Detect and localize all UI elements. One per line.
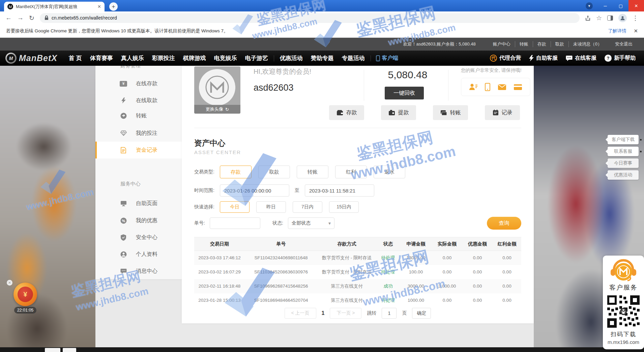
change-avatar-button[interactable]: 更换头像↻ xyxy=(194,105,240,114)
side-tab-promotions[interactable]: 优惠活动 xyxy=(608,170,639,180)
promo-widget[interactable]: ¥ xyxy=(13,283,37,306)
date-to-input[interactable] xyxy=(305,184,374,197)
logout-link[interactable]: 安全退出 xyxy=(615,41,633,47)
forward-button[interactable]: → xyxy=(17,14,24,22)
transfer-link[interactable]: 转账 xyxy=(515,41,533,47)
share-icon[interactable] xyxy=(585,15,591,21)
order-number-input[interactable] xyxy=(210,217,260,229)
window-maximize-button[interactable]: ▢ xyxy=(613,0,628,11)
nav-home[interactable]: 首 页 xyxy=(65,54,86,62)
type-bonus-button[interactable]: 红利 xyxy=(335,166,367,178)
sidebar-item-my-promos[interactable]: % 我的优惠 xyxy=(95,212,182,229)
page-background: 财务管理 ¥ 在线存款 在线取款 转账 我的投注 资金记录 服务中心 自助页面 … xyxy=(0,66,644,347)
window-minimize-button[interactable]: ─ xyxy=(597,0,613,11)
tab-close-icon[interactable]: ✕ xyxy=(97,4,101,9)
sidebar-item-self-service[interactable]: 自助页面 xyxy=(95,195,182,212)
transfer-button[interactable]: 转账 xyxy=(433,105,468,120)
reload-button[interactable]: ↻ xyxy=(29,14,34,22)
urlbar-actions: ☆ ⋮ xyxy=(585,14,639,22)
time-range-filter: 时间范围: 至 xyxy=(194,184,374,197)
profile-avatar[interactable] xyxy=(618,14,627,22)
new-tab-button[interactable]: + xyxy=(109,2,118,11)
bank-card-icon[interactable] xyxy=(514,84,522,90)
tab-search-chevron-icon[interactable]: ▾ xyxy=(586,2,593,9)
chat-icon xyxy=(566,55,573,61)
prev-page-button[interactable]: < 上一页 xyxy=(285,308,316,319)
type-deposit-button[interactable]: 存款 xyxy=(220,166,252,178)
account-center-link[interactable]: 账户中心 xyxy=(489,41,515,47)
nav-board-games[interactable]: 棋牌游戏 xyxy=(179,54,210,62)
profile-verified-icon[interactable] xyxy=(469,83,478,91)
browser-tab[interactable]: M ManBetX(万博体育)官网|英超狼 ✕ xyxy=(4,2,105,11)
type-transfer-button[interactable]: 转账 xyxy=(297,166,328,178)
col-method: 存款方式 xyxy=(317,237,376,251)
nav-lottery[interactable]: 彩票投注 xyxy=(148,54,179,62)
quick-today-button[interactable]: 今日 xyxy=(220,201,250,213)
deposit-button[interactable]: 存款 xyxy=(329,105,364,120)
search-button[interactable]: 查询 xyxy=(487,217,521,230)
confirm-jump-button[interactable]: 确定 xyxy=(412,308,431,319)
status-select[interactable]: 全部状态 ▾ xyxy=(288,217,334,229)
sidebar-item-my-bets[interactable]: 我的投注 xyxy=(95,125,182,142)
one-key-recycle-button[interactable]: 一键回收 xyxy=(385,87,424,99)
nav-live-casino[interactable]: 真人娱乐 xyxy=(117,54,148,62)
sidebar-item-online-withdraw[interactable]: 在线取款 xyxy=(95,92,182,109)
nav-online-support[interactable]: 在线客服 xyxy=(563,55,599,62)
brand-logo[interactable]: M ManBetX xyxy=(5,53,57,64)
shield-icon xyxy=(120,234,127,241)
nav-client-app[interactable]: 客户端 xyxy=(373,55,402,62)
email-verified-icon[interactable] xyxy=(498,84,506,90)
order-label: 单号: xyxy=(194,220,210,226)
nav-specials[interactable]: 专题活动 xyxy=(338,54,369,62)
records-button[interactable]: 记录 xyxy=(485,105,520,120)
nav-sponsorship[interactable]: 赞助专题 xyxy=(307,54,338,62)
address-bar[interactable]: cn.mebetx65.com/wallet/record xyxy=(40,13,580,23)
withdraw-link[interactable]: 取款 xyxy=(551,41,569,47)
notice-close-icon[interactable]: ✕ xyxy=(634,28,638,34)
learn-more-link[interactable]: 了解详情 xyxy=(608,28,626,34)
type-rebate-button[interactable]: 返水 xyxy=(374,166,405,178)
sidebar-item-security-center[interactable]: 安全中心 xyxy=(95,229,182,246)
sidebar-item-online-deposit[interactable]: ¥ 在线存款 xyxy=(95,75,182,92)
to-label: 至 xyxy=(295,187,299,194)
nav-agent[interactable]: 代 代理合营 xyxy=(487,55,524,62)
window-close-button[interactable]: ✕ xyxy=(628,0,644,11)
bookmark-star-icon[interactable]: ☆ xyxy=(596,14,602,22)
browser-menu-icon[interactable]: ⋮ xyxy=(632,14,639,22)
withdraw-button[interactable]: 提款 xyxy=(381,105,416,120)
sidebar-item-messages[interactable]: 消息中心 xyxy=(95,263,182,279)
promo-countdown: 22:01:05 xyxy=(14,307,36,314)
sidebar-item-transfer[interactable]: 转账 xyxy=(95,107,182,124)
phone-verified-icon[interactable] xyxy=(485,83,490,91)
nav-self-service[interactable]: 自助客服 xyxy=(526,55,561,62)
monitor-icon xyxy=(120,201,127,206)
divider xyxy=(194,128,521,128)
nav-promotions[interactable]: 优惠活动 xyxy=(276,54,307,62)
side-tab-today-matches[interactable]: 今日赛事 xyxy=(608,158,639,168)
type-withdraw-button[interactable]: 取款 xyxy=(258,166,290,178)
nav-beginner-help[interactable]: ? 新手帮助 xyxy=(602,55,639,62)
quick-yesterday-button[interactable]: 昨日 xyxy=(256,201,286,213)
promo-close-icon[interactable]: ✕ xyxy=(7,280,12,286)
unread-messages-link[interactable]: 未读消息（0） xyxy=(569,41,606,47)
time-filter-label: 时间范围: xyxy=(194,187,220,194)
quick-7days-button[interactable]: 7日内 xyxy=(293,201,322,213)
sidebar-item-profile[interactable]: 个人资料 xyxy=(95,246,182,263)
nav-esports[interactable]: 电竞娱乐 xyxy=(210,54,241,62)
nav-slots[interactable]: 电子游艺 xyxy=(241,54,272,62)
date-from-input[interactable] xyxy=(220,184,289,197)
nav-sports[interactable]: 体育赛事 xyxy=(86,54,117,62)
deposit-link[interactable]: 存款 xyxy=(533,41,551,47)
brand-name: ManBetX xyxy=(19,53,57,63)
side-tab-client-download[interactable]: 客户端下载 xyxy=(608,135,639,144)
next-page-button[interactable]: 下一页 > xyxy=(330,308,361,319)
back-button[interactable]: ← xyxy=(5,14,12,22)
quick-15days-button[interactable]: 15日内 xyxy=(329,201,359,213)
person-icon xyxy=(620,16,625,21)
sidebar-item-fund-records[interactable]: 资金记录 xyxy=(95,142,182,158)
username: asd62603 xyxy=(254,83,294,93)
jump-page-input[interactable] xyxy=(382,308,397,319)
side-panel-icon[interactable] xyxy=(607,16,613,21)
table-header-row: 交易日期 单号 存款方式 状态 申请金额 实际金额 优惠金额 红利金额 xyxy=(194,237,521,251)
side-tab-contact-support[interactable]: 联系客服 xyxy=(608,147,639,156)
